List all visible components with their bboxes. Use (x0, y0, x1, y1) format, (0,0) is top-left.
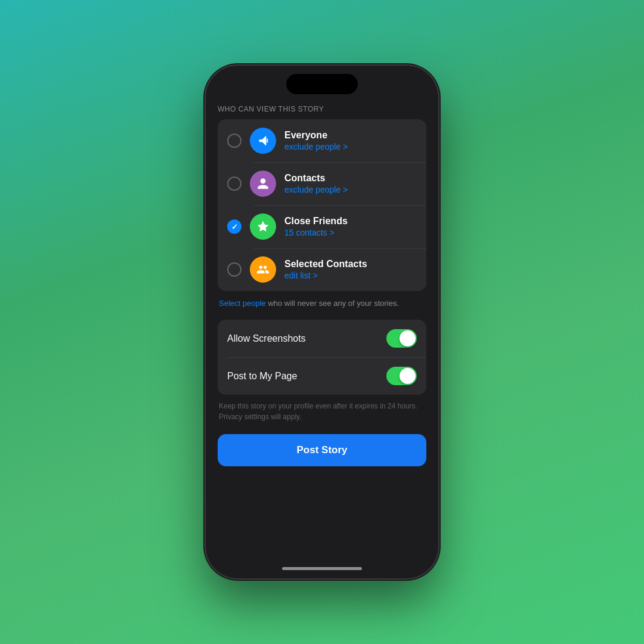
option-contacts[interactable]: Contacts exclude people > (218, 162, 426, 205)
toggle-row-post-page[interactable]: Post to My Page (218, 357, 426, 395)
option-selected-contacts[interactable]: Selected Contacts edit list > (218, 248, 426, 291)
option-text-selected-contacts: Selected Contacts edit list > (284, 259, 367, 280)
megaphone-icon (256, 134, 270, 147)
option-subtitle-contacts[interactable]: exclude people > (284, 185, 348, 194)
option-subtitle-close-friends[interactable]: 15 contacts > (284, 228, 348, 237)
icon-selected-contacts (250, 256, 276, 283)
hint-highlight[interactable]: Select people (219, 299, 266, 308)
toggle-card: Allow Screenshots Post to My Page (218, 320, 426, 395)
post-button-label: Post Story (296, 444, 347, 456)
group-icon (256, 263, 270, 276)
option-subtitle-selected-contacts[interactable]: edit list > (284, 271, 367, 280)
toggle-label-screenshots: Allow Screenshots (227, 333, 306, 344)
section-label: WHO CAN VIEW THIS STORY (218, 105, 426, 113)
option-text-close-friends: Close Friends 15 contacts > (284, 216, 348, 237)
person-icon (256, 177, 270, 190)
toggle-row-screenshots[interactable]: Allow Screenshots (218, 320, 426, 357)
radio-selected-contacts[interactable] (227, 262, 242, 277)
hint-rest: who will never see any of your stories. (266, 299, 399, 308)
post-story-button[interactable]: Post Story (218, 434, 426, 466)
toggle-label-post-page: Post to My Page (227, 371, 297, 382)
option-text-contacts: Contacts exclude people > (284, 173, 348, 194)
option-close-friends[interactable]: Close Friends 15 contacts > (218, 205, 426, 248)
option-title-contacts: Contacts (284, 173, 348, 184)
icon-everyone (250, 128, 276, 154)
radio-contacts[interactable] (227, 177, 242, 191)
option-text-everyone: Everyone exclude people > (284, 130, 348, 151)
dynamic-island (286, 74, 358, 94)
radio-everyone[interactable] (227, 134, 242, 148)
option-title-everyone: Everyone (284, 130, 348, 141)
icon-contacts (250, 171, 276, 197)
home-bar (282, 567, 362, 570)
toggle-knob-screenshots (400, 330, 416, 346)
option-subtitle-everyone[interactable]: exclude people > (284, 142, 348, 151)
option-title-close-friends: Close Friends (284, 216, 348, 227)
options-card: Everyone exclude people > Contacts exclu… (218, 119, 426, 291)
toggle-post-page[interactable] (386, 367, 417, 385)
option-title-selected-contacts: Selected Contacts (284, 259, 367, 270)
hint-text: Select people who will never see any of … (218, 298, 426, 309)
toggle-knob-post-page (400, 368, 416, 384)
icon-close-friends (250, 213, 276, 240)
home-indicator (206, 558, 438, 578)
option-everyone[interactable]: Everyone exclude people > (218, 119, 426, 162)
star-icon (256, 220, 270, 233)
phone-shell: WHO CAN VIEW THIS STORY Everyone exclude… (206, 66, 438, 578)
toggle-screenshots[interactable] (386, 329, 417, 348)
radio-close-friends[interactable] (227, 219, 242, 234)
footer-hint: Keep this story on your profile even aft… (218, 401, 426, 422)
